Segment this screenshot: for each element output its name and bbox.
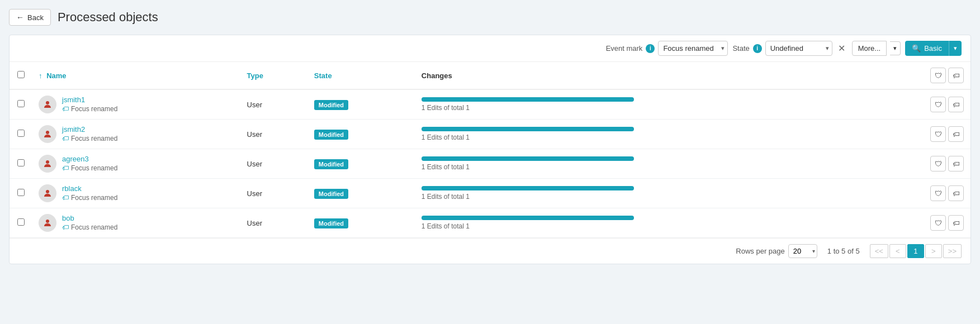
main-panel: Event mark i Focus renamed ▾ State i Und… xyxy=(9,35,971,264)
progress-bar-bg xyxy=(422,127,634,131)
row-checkbox-0[interactable] xyxy=(17,100,25,107)
page-header: ← Back Processed objects xyxy=(9,9,971,26)
row-type-value: User xyxy=(247,130,262,139)
event-mark-filter: Event mark i Focus renamed ▾ xyxy=(606,41,728,56)
svg-point-3 xyxy=(46,190,49,193)
tag-icon: 🏷 xyxy=(62,135,69,142)
search-dropdown-button[interactable]: ▾ xyxy=(949,41,962,56)
row-shield-button[interactable]: 🛡 xyxy=(930,185,946,201)
row-actions-cell: 🛡 🏷 xyxy=(924,208,970,238)
header-actions: 🛡 🏷 xyxy=(924,62,970,89)
state-column-label: State xyxy=(314,72,332,80)
svg-point-2 xyxy=(46,160,49,164)
name-info: jsmith2 🏷 Focus renamed xyxy=(62,125,117,142)
more-button-dropdown[interactable]: ▾ xyxy=(890,41,901,55)
row-shield-button[interactable]: 🛡 xyxy=(930,156,946,171)
pagination-info: 1 to 5 of 5 xyxy=(827,247,860,255)
event-mark-select[interactable]: Focus renamed xyxy=(658,41,728,56)
state-select-wrapper: Undefined Modified ▾ xyxy=(765,41,832,56)
row-shield-button[interactable]: 🛡 xyxy=(930,97,946,112)
row-changes-cell: 1 Edits of total 1 xyxy=(415,149,924,179)
row-checkbox-2[interactable] xyxy=(17,159,25,166)
header-name[interactable]: ↑ Name xyxy=(32,62,240,89)
progress-bar-fill xyxy=(422,97,634,102)
back-button[interactable]: ← Back xyxy=(9,9,51,26)
row-changes-cell: 1 Edits of total 1 xyxy=(415,179,924,208)
next-page-button[interactable]: > xyxy=(925,244,942,258)
name-info: bob 🏷 Focus renamed xyxy=(62,214,117,231)
header-type[interactable]: Type xyxy=(240,62,307,89)
state-badge: Modified xyxy=(314,159,348,169)
row-tag-button[interactable]: 🏷 xyxy=(948,185,964,201)
page-1-button[interactable]: 1 xyxy=(907,244,924,258)
svg-point-1 xyxy=(46,131,49,134)
row-tag-button[interactable]: 🏷 xyxy=(948,156,964,171)
more-button[interactable]: More... xyxy=(852,41,887,56)
row-name-cell: bob 🏷 Focus renamed xyxy=(32,208,240,238)
row-name-link[interactable]: bob xyxy=(62,214,117,222)
first-page-button[interactable]: << xyxy=(870,244,888,258)
progress-bar-fill xyxy=(422,216,634,220)
row-checkbox-4[interactable] xyxy=(17,218,25,226)
focus-tag: 🏷 Focus renamed xyxy=(62,223,117,231)
tag-icon: 🏷 xyxy=(62,164,69,172)
row-type-cell: User xyxy=(240,179,307,208)
page-title: Processed objects xyxy=(58,10,158,25)
event-mark-info-icon[interactable]: i xyxy=(646,44,655,53)
progress-bar-bg xyxy=(422,186,634,190)
state-select[interactable]: Undefined Modified xyxy=(765,41,832,56)
table-container: ↑ Name Type State Changes xyxy=(10,62,970,238)
row-type-cell: User xyxy=(240,149,307,179)
row-checkbox-cell xyxy=(10,208,32,238)
header-tag-icon-btn[interactable]: 🏷 xyxy=(948,68,964,83)
progress-bar-fill xyxy=(422,127,634,131)
row-name-link[interactable]: rblack xyxy=(62,184,117,193)
row-name-cell: jsmith2 🏷 Focus renamed xyxy=(32,120,240,149)
search-icon: 🔍 xyxy=(912,44,921,53)
row-state-cell: Modified xyxy=(307,208,415,238)
svg-point-4 xyxy=(46,220,49,223)
row-checkbox-1[interactable] xyxy=(17,130,25,137)
changes-text: 1 Edits of total 1 xyxy=(422,104,917,112)
state-badge: Modified xyxy=(314,130,348,140)
row-tag-button[interactable]: 🏷 xyxy=(948,215,964,231)
avatar xyxy=(39,125,56,143)
focus-tag-label: Focus renamed xyxy=(71,223,117,231)
row-changes-cell: 1 Edits of total 1 xyxy=(415,89,924,120)
row-tag-button[interactable]: 🏷 xyxy=(948,97,964,112)
svg-point-0 xyxy=(46,101,49,104)
prev-page-button[interactable]: < xyxy=(889,244,906,258)
row-name-link[interactable]: jsmith1 xyxy=(62,96,117,104)
row-checkbox-3[interactable] xyxy=(17,189,25,196)
name-info: rblack 🏷 Focus renamed xyxy=(62,184,117,202)
state-badge: Modified xyxy=(314,218,348,228)
rows-per-page-label: Rows per page xyxy=(736,247,784,255)
header-checkbox-cell xyxy=(10,62,32,89)
avatar xyxy=(39,96,56,113)
state-info-icon[interactable]: i xyxy=(753,44,762,53)
row-name-link[interactable]: jsmith2 xyxy=(62,125,117,134)
search-button[interactable]: 🔍 Basic xyxy=(905,41,949,56)
row-shield-button[interactable]: 🛡 xyxy=(930,126,946,142)
changes-column-label: Changes xyxy=(422,72,452,80)
last-page-button[interactable]: >> xyxy=(943,244,962,258)
table-row: agreen3 🏷 Focus renamed User Modified xyxy=(10,149,970,179)
focus-tag: 🏷 Focus renamed xyxy=(62,164,117,172)
focus-tag-label: Focus renamed xyxy=(71,194,117,202)
row-tag-button[interactable]: 🏷 xyxy=(948,126,964,142)
header-shield-icon-btn[interactable]: 🛡 xyxy=(930,68,946,83)
row-actions-cell: 🛡 🏷 xyxy=(924,89,970,120)
row-shield-button[interactable]: 🛡 xyxy=(930,215,946,231)
header-state[interactable]: State xyxy=(307,62,415,89)
pagination-buttons: << < 1 > >> xyxy=(870,244,962,258)
row-name-link[interactable]: agreen3 xyxy=(62,155,117,163)
row-type-value: User xyxy=(247,189,262,198)
rows-per-page-select[interactable]: 20 50 100 xyxy=(788,244,817,258)
focus-tag: 🏷 Focus renamed xyxy=(62,135,117,142)
rows-per-page-group: Rows per page 20 50 100 ▾ xyxy=(736,244,817,258)
select-all-checkbox[interactable] xyxy=(17,71,25,78)
state-clear-button[interactable]: ✕ xyxy=(836,43,848,54)
row-type-cell: User xyxy=(240,208,307,238)
progress-bar-fill xyxy=(422,186,634,190)
row-type-cell: User xyxy=(240,89,307,120)
